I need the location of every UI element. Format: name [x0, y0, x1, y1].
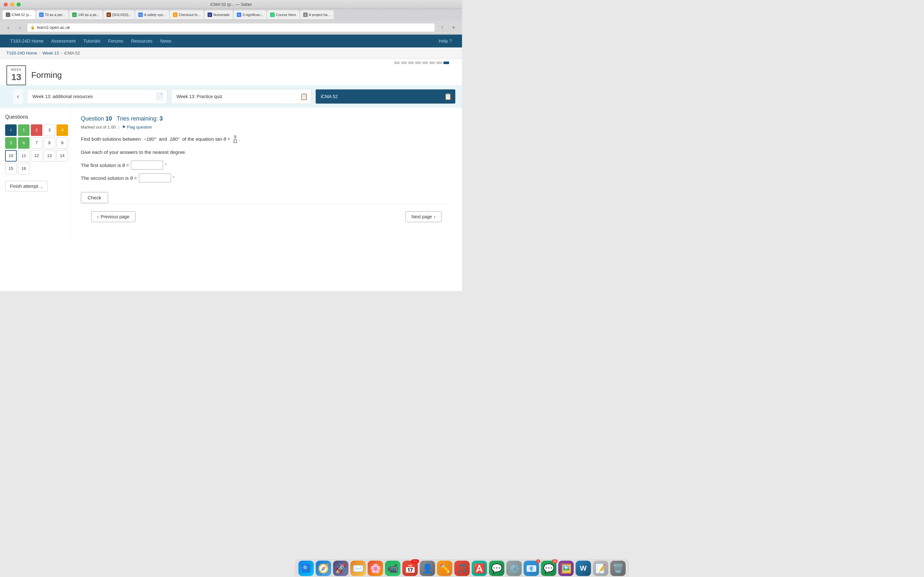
flag-question-link[interactable]: ⚑ Flag question	[122, 125, 152, 129]
q-btn-14[interactable]: 14	[57, 150, 68, 161]
tab-icma52[interactable]: i iCMA 52 (p...	[3, 10, 35, 19]
tab-favicon-g: G	[39, 13, 44, 17]
tries-count: 3	[160, 115, 163, 122]
back-button[interactable]: ‹	[4, 23, 13, 32]
second-solution-label: The second solution is θ =	[81, 175, 137, 181]
q-fraction: 911	[232, 135, 238, 144]
forward-button[interactable]: ›	[15, 23, 24, 32]
q-btn-16[interactable]: 16	[18, 163, 29, 174]
q-btn-12[interactable]: 12	[31, 150, 42, 161]
progress-dots	[394, 59, 456, 64]
question-area: Question 10 Tries remaining: 3 Marked ou…	[71, 108, 462, 238]
card-resources-label: Week 13: additional resources	[32, 94, 93, 99]
card-resources[interactable]: Week 13: additional resources 📄	[27, 89, 167, 104]
site-navigation: T193-24D Home Assessment Tutorials Forum…	[0, 35, 462, 47]
tab-coursehero[interactable]: C Course Hero	[267, 10, 299, 19]
breadcrumb-sep1: ›	[39, 51, 40, 55]
previous-page-button[interactable]: ‹ Previous page	[91, 211, 136, 222]
next-page-label: Next page	[412, 214, 432, 219]
tab-label-safety: A safety sys...	[144, 13, 166, 17]
tab-safety[interactable]: G A safety sys...	[135, 10, 169, 19]
q-btn-1[interactable]: 1	[18, 124, 29, 136]
cards-prev-arrow[interactable]: ‹	[13, 89, 23, 104]
tab-numerade[interactable]: N Numerade	[204, 10, 233, 19]
q-text-before: Find both solutions between	[81, 136, 141, 141]
share-button[interactable]: ↑	[438, 23, 447, 32]
check-row: Check	[81, 189, 452, 203]
q-btn-4[interactable]: 4	[57, 124, 68, 136]
q-btn-2[interactable]: 2	[31, 124, 42, 136]
marked-out-row: Marked out of 1.00 | ⚑ Flag question	[81, 125, 452, 129]
question-text: Find both solutions between −180° and 18…	[81, 135, 452, 144]
first-answer-input[interactable]	[131, 161, 163, 169]
minimize-button[interactable]	[10, 3, 14, 6]
q-btn-10[interactable]: 10	[5, 150, 17, 161]
questions-heading: Questions	[5, 114, 65, 120]
second-solution-row: The second solution is θ = °	[81, 173, 452, 182]
week-label: WEEK	[11, 68, 21, 72]
tabbar: i iCMA 52 (p... G 70 as a per... G 140 a…	[0, 9, 462, 21]
first-solution-row: The first solution is θ = °	[81, 161, 452, 169]
next-page-button[interactable]: Next page ›	[405, 211, 442, 222]
card-practice-icon: 📋	[300, 93, 308, 100]
tab-140[interactable]: G 140 as a pe...	[69, 10, 103, 19]
check-button[interactable]: Check	[81, 192, 108, 203]
progress-dot-2	[401, 61, 407, 64]
q-btn-13[interactable]: 13	[44, 150, 55, 161]
fullscreen-button[interactable]	[17, 3, 21, 6]
traffic-lights[interactable]	[4, 3, 21, 6]
tab-solved[interactable]: M [SOLVED]...	[103, 10, 134, 19]
finish-attempt-button[interactable]: Finish attempt ...	[5, 181, 48, 192]
tab-70[interactable]: G 70 as a per...	[36, 10, 69, 19]
q-btn-9[interactable]: 9	[57, 137, 68, 149]
site-wrapper: T193-24D Home Assessment Tutorials Forum…	[0, 35, 462, 291]
question-grid: i 1 2 3 4 5 6 7 8 9 10 11 12 13 14 15 16	[5, 124, 65, 174]
tab-project[interactable]: A A project ha...	[300, 10, 334, 19]
card-practice-label: Week 13: Practice quiz	[176, 94, 222, 99]
breadcrumb-current: iCMA 52	[64, 51, 80, 55]
breadcrumb-sep2: ›	[61, 51, 62, 55]
nav-resources[interactable]: Resources	[127, 35, 156, 47]
progress-dot-3	[408, 61, 414, 64]
tab-favicon-ch: C	[270, 13, 275, 17]
question-header: Question 10 Tries remaining: 3	[81, 115, 452, 122]
progress-dot-1	[394, 61, 400, 64]
nav-forums[interactable]: Forums	[104, 35, 127, 47]
first-degree-symbol: °	[165, 163, 167, 168]
q-btn-15[interactable]: 15	[5, 163, 17, 174]
week-number: 13	[11, 72, 21, 83]
q-btn-3[interactable]: 3	[44, 124, 55, 136]
nav-assessment[interactable]: Assessment	[47, 35, 79, 47]
tab-label-70: 70 as a per...	[45, 13, 65, 17]
q-btn-5[interactable]: 5	[5, 137, 17, 149]
card-icma52[interactable]: iCMA 52 📋	[315, 89, 456, 104]
card-practice-quiz[interactable]: Week 13: Practice quiz 📋	[171, 89, 311, 104]
nav-home[interactable]: T193-24D Home	[6, 35, 47, 47]
tab-label-solved: [SOLVED]...	[112, 13, 131, 17]
q-btn-7[interactable]: 7	[31, 137, 42, 149]
tab-3sig[interactable]: G 3 significan...	[234, 10, 266, 19]
question-number: 10	[105, 115, 112, 122]
progress-dot-4	[415, 61, 421, 64]
q-btn-11[interactable]: 11	[18, 150, 29, 161]
q-btn-info[interactable]: i	[5, 124, 17, 136]
week-header: WEEK 13 Forming	[6, 59, 62, 85]
prev-chevron-icon: ‹	[97, 214, 99, 219]
q-btn-6[interactable]: 6	[18, 137, 29, 149]
next-chevron-icon: ›	[434, 214, 435, 219]
breadcrumb-week13[interactable]: Week 13	[42, 51, 59, 55]
tab-label-140: 140 as a pe...	[78, 13, 99, 17]
q-btn-8[interactable]: 8	[44, 137, 55, 149]
previous-page-label: Previous page	[101, 214, 129, 219]
url-bar[interactable]: 🔒 learn2.open.ac.uk	[27, 23, 435, 32]
breadcrumb-home[interactable]: T193-24D Home	[6, 51, 37, 55]
tab-checkout[interactable]: C Checkout fo...	[170, 10, 204, 19]
nav-news[interactable]: News	[156, 35, 175, 47]
close-button[interactable]	[4, 3, 8, 6]
help-button[interactable]: Help ?	[435, 39, 456, 44]
tab-favicon-safety: G	[138, 13, 143, 17]
nav-tutorials[interactable]: Tutorials	[79, 35, 104, 47]
breadcrumb: T193-24D Home › Week 13 › iCMA 52	[0, 47, 462, 59]
second-answer-input[interactable]	[139, 173, 171, 182]
add-tab-button[interactable]: +	[449, 23, 458, 32]
